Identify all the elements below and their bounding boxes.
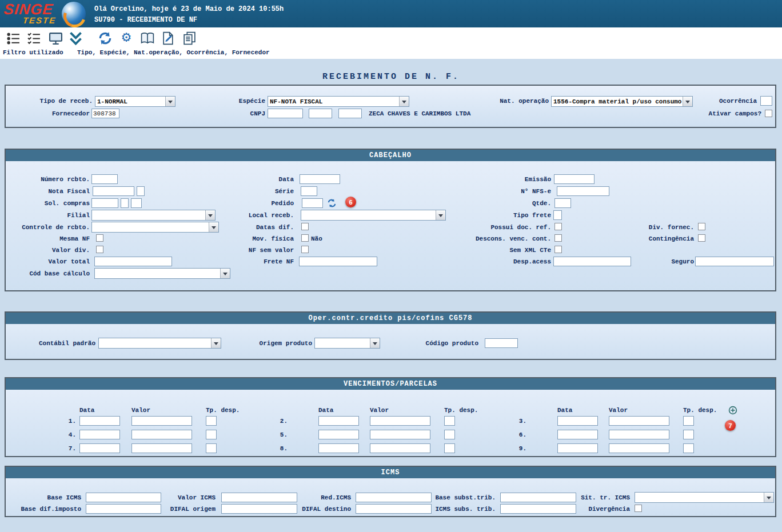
cnpj-input-3[interactable] bbox=[338, 109, 362, 118]
cabecalho-section: CABEÇALHO Número rcbto. Data Emissão Not… bbox=[5, 149, 776, 291]
parcela-4-tpdesp-input[interactable] bbox=[206, 430, 217, 439]
parcela-5-valor-input[interactable] bbox=[370, 430, 430, 439]
screen-code: SU790 - RECEBIMENTO DE NF bbox=[94, 16, 197, 24]
serie-input[interactable] bbox=[301, 186, 317, 196]
copy-icon[interactable] bbox=[182, 30, 197, 46]
seguro-input[interactable] bbox=[695, 257, 774, 266]
vencimentos-section: VENCIMENTOS/PARCELAS Data Valor Tp. desp… bbox=[5, 377, 776, 457]
difal-destino-input[interactable] bbox=[356, 504, 432, 514]
parcela-3-tpdesp-input[interactable] bbox=[683, 416, 694, 426]
parcela-2-tpdesp-input[interactable] bbox=[444, 416, 455, 426]
double-chevron-down-icon[interactable] bbox=[67, 30, 83, 46]
gear-icon[interactable]: ⚙ bbox=[118, 29, 134, 45]
codigo-produto-input[interactable] bbox=[485, 338, 518, 348]
origem-produto-select[interactable] bbox=[314, 338, 380, 349]
cnpj-input-1[interactable] bbox=[268, 109, 303, 118]
divergencia-checkbox[interactable] bbox=[635, 505, 642, 512]
sit-tr-icms-select[interactable] bbox=[635, 492, 774, 503]
mov-fisica-checkbox[interactable] bbox=[301, 234, 309, 242]
fornecedor-input[interactable] bbox=[91, 109, 119, 118]
contabil-padrao-label: Contábil padrão bbox=[11, 340, 95, 347]
tipo-receb-select[interactable]: 1-NORMAL bbox=[95, 96, 175, 107]
base-subst-trib-input[interactable] bbox=[500, 493, 576, 502]
icms-section: ICMS Base ICMS Valor ICMS Red.ICMS Base … bbox=[5, 466, 776, 517]
icms-subs-trib-input[interactable] bbox=[500, 504, 576, 514]
nf-sem-valor-checkbox[interactable] bbox=[301, 246, 309, 253]
cod-base-calculo-select[interactable] bbox=[94, 268, 230, 279]
parcela-7-valor-input[interactable] bbox=[131, 443, 192, 453]
especie-select[interactable]: NF-NOTA FISCAL bbox=[268, 96, 409, 107]
parcela-2-valor-input[interactable] bbox=[370, 416, 430, 426]
nota-fiscal-input[interactable] bbox=[93, 186, 134, 196]
parcela-5-data-input[interactable] bbox=[318, 430, 359, 439]
div-fornec-checkbox[interactable] bbox=[698, 223, 705, 230]
parcela-1-data-input[interactable] bbox=[79, 416, 120, 426]
parcela-9-valor-input[interactable] bbox=[609, 443, 669, 453]
book-icon[interactable] bbox=[139, 31, 155, 46]
data-input[interactable] bbox=[300, 174, 340, 184]
sol-compras-input[interactable] bbox=[91, 198, 118, 208]
base-subst-trib-label: Base subst.trib. bbox=[423, 494, 496, 501]
controle-rcbto-select[interactable] bbox=[91, 222, 219, 233]
filter-used-value: Tipo, Espécie, Nat.operação, Ocorrência,… bbox=[77, 49, 270, 56]
parcela-7-tpdesp-input[interactable] bbox=[206, 443, 217, 453]
parcela-8-data-input[interactable] bbox=[318, 443, 359, 453]
parcela-8-tpdesp-input[interactable] bbox=[444, 443, 455, 453]
parcela-4-data-input[interactable] bbox=[79, 430, 120, 439]
parcela-3-data-input[interactable] bbox=[557, 416, 598, 426]
parcela-6-valor-input[interactable] bbox=[609, 430, 669, 439]
nota-fiscal-aux-input[interactable] bbox=[137, 186, 145, 196]
parcela-9-tpdesp-input[interactable] bbox=[683, 443, 694, 453]
parcela-7-data-input[interactable] bbox=[79, 443, 120, 453]
valor-div-checkbox[interactable] bbox=[96, 246, 103, 253]
sol-compras-aux2-input[interactable] bbox=[131, 198, 142, 208]
tipo-frete-input[interactable] bbox=[553, 210, 562, 220]
parcela-2-data-input[interactable] bbox=[318, 416, 359, 426]
refresh-icon[interactable] bbox=[97, 30, 113, 46]
sem-xml-cte-checkbox[interactable] bbox=[554, 246, 562, 253]
numero-rcbto-input[interactable] bbox=[91, 174, 118, 184]
nat-operacao-select[interactable]: 1556-Compra material p/uso consumo bbox=[551, 96, 693, 107]
valor-total-input[interactable] bbox=[94, 257, 172, 266]
parcela-1-valor-input[interactable] bbox=[131, 416, 192, 426]
contabil-padrao-select[interactable] bbox=[98, 338, 221, 349]
nfse-input[interactable] bbox=[557, 186, 609, 196]
parcela-4-valor-input[interactable] bbox=[131, 430, 192, 439]
parcela-6-tpdesp-input[interactable] bbox=[683, 430, 694, 439]
chevron-down-icon bbox=[370, 338, 380, 348]
parcela-8-valor-input[interactable] bbox=[370, 443, 430, 453]
contingencia-checkbox[interactable] bbox=[698, 234, 705, 242]
datas-dif-checkbox[interactable] bbox=[301, 223, 309, 230]
ocorrencia-label: Ocorrência bbox=[700, 98, 757, 105]
emissao-input[interactable] bbox=[554, 174, 595, 184]
add-parcela-icon[interactable] bbox=[728, 405, 737, 415]
ativar-campos-checkbox[interactable] bbox=[765, 110, 772, 117]
descons-venc-cont-label: Descons. venc. cont. bbox=[457, 235, 551, 242]
difal-origem-label: DIFAL origem bbox=[146, 506, 216, 513]
pedido-input[interactable] bbox=[302, 198, 323, 208]
possui-doc-ref-checkbox[interactable] bbox=[554, 223, 562, 230]
options-list-icon[interactable] bbox=[6, 31, 21, 46]
sol-compras-aux1-input[interactable] bbox=[121, 198, 129, 208]
parcela-1-tpdesp-input[interactable] bbox=[206, 416, 217, 426]
ocorrencia-input[interactable] bbox=[760, 96, 772, 106]
document-edit-icon[interactable] bbox=[161, 30, 175, 46]
sol-compras-label: Sol. compras bbox=[9, 200, 90, 207]
local-receb-select[interactable] bbox=[301, 210, 446, 221]
parcela-3-valor-input[interactable] bbox=[609, 416, 669, 426]
filial-select[interactable] bbox=[91, 210, 216, 221]
red-icms-input[interactable] bbox=[356, 493, 432, 502]
frete-nf-input[interactable] bbox=[299, 257, 377, 266]
pedido-refresh-icon[interactable] bbox=[326, 198, 337, 208]
descons-venc-cont-checkbox[interactable] bbox=[554, 234, 562, 242]
parcela-5-tpdesp-input[interactable] bbox=[444, 430, 455, 439]
cnpj-input-2[interactable] bbox=[309, 109, 332, 118]
desp-acess-input[interactable] bbox=[553, 257, 631, 266]
parcela-6-data-input[interactable] bbox=[557, 430, 598, 439]
mesma-nf-checkbox[interactable] bbox=[96, 234, 103, 242]
monitor-icon[interactable] bbox=[48, 31, 63, 46]
qtde-input[interactable] bbox=[554, 198, 571, 208]
col-data-label: Data bbox=[557, 407, 572, 414]
checklist-icon[interactable] bbox=[26, 31, 41, 46]
parcela-9-data-input[interactable] bbox=[557, 443, 598, 453]
